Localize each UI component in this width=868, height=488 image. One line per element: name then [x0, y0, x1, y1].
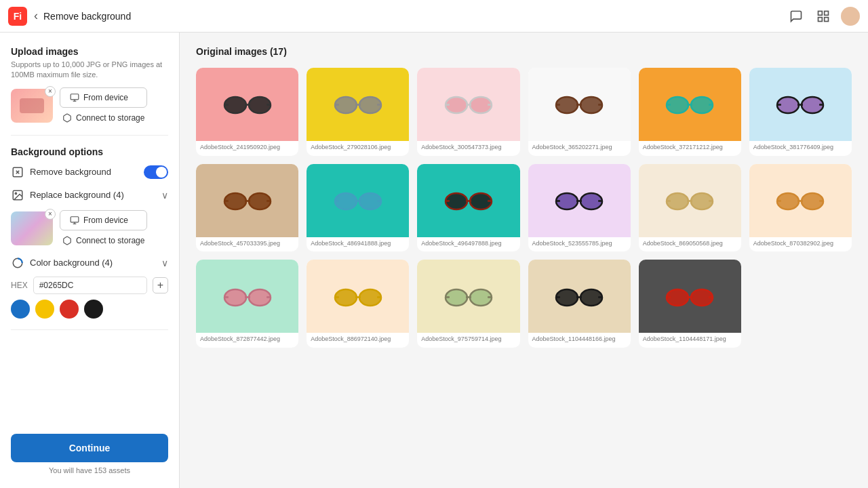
- continue-section: Continue You will have 153 assets: [11, 434, 168, 474]
- swatch-black[interactable]: [84, 300, 103, 319]
- image-name: AdobeStock_279028106.jpeg: [307, 141, 409, 156]
- color-bg-expand[interactable]: Color background (4) ∨: [11, 255, 168, 271]
- divider-1: [11, 135, 168, 136]
- image-name: AdobeStock_869050568.jpeg: [639, 237, 741, 252]
- toggle-knob: [156, 167, 167, 178]
- image-name: AdobeStock_523555785.jpeg: [528, 237, 631, 252]
- image-thumbnail: [528, 68, 631, 141]
- topbar-icons: [787, 7, 860, 26]
- image-card[interactable]: AdobeStock_872877442.jpeg: [196, 260, 298, 348]
- from-device-button[interactable]: From device: [60, 87, 147, 108]
- image-card[interactable]: AdobeStock_457033395.jpeg: [196, 164, 298, 252]
- image-thumbnail: [749, 164, 852, 237]
- image-card[interactable]: AdobeStock_869050568.jpeg: [639, 164, 741, 252]
- main-layout: Upload images Supports up to 10,000 JPG …: [0, 33, 868, 488]
- image-card[interactable]: AdobeStock_975759714.jpeg: [417, 260, 519, 348]
- image-name: AdobeStock_381776409.jpeg: [749, 141, 852, 156]
- upload-preview-area: × From device Connect to storage: [11, 87, 168, 124]
- image-card[interactable]: AdobeStock_1104448166.jpeg: [528, 260, 631, 348]
- thumb-inner: [20, 98, 44, 113]
- upload-title: Upload images: [11, 46, 168, 57]
- replace-thumbnail: ×: [11, 211, 53, 245]
- topbar: Fi ‹ Remove background: [0, 0, 868, 33]
- bg-options-title: Background options: [11, 146, 168, 157]
- image-name: AdobeStock_1104448166.jpeg: [528, 333, 631, 348]
- image-card[interactable]: AdobeStock_381776409.jpeg: [749, 68, 852, 156]
- image-name: AdobeStock_870382902.jpeg: [749, 237, 852, 252]
- content-area: Original images (17) AdobeStock_24195092…: [180, 33, 868, 488]
- replace-bg-section: Replace background (4) ∨ × From device: [11, 187, 168, 247]
- svg-rect-3: [825, 17, 829, 21]
- svg-point-9: [15, 192, 16, 194]
- image-card[interactable]: AdobeStock_241950920.jpeg: [196, 68, 298, 156]
- image-name: AdobeStock_975759714.jpeg: [417, 333, 519, 348]
- image-name: AdobeStock_496497888.jpeg: [417, 237, 519, 252]
- color-bg-text: Color background (4): [30, 258, 113, 268]
- remove-bg-label: Remove background: [11, 165, 111, 179]
- replace-bg-text: Replace background (4): [30, 190, 124, 200]
- image-thumbnail: [528, 260, 631, 333]
- svg-rect-1: [825, 11, 829, 15]
- image-thumbnail: [417, 164, 519, 237]
- replace-bg-expand[interactable]: Replace background (4) ∨: [11, 187, 168, 203]
- hex-add-button[interactable]: +: [153, 277, 168, 293]
- remove-bg-toggle[interactable]: [144, 165, 168, 179]
- image-name: AdobeStock_886972140.jpeg: [307, 333, 409, 348]
- image-name: AdobeStock_365202271.jpeg: [528, 141, 631, 156]
- image-thumbnail: [196, 164, 298, 237]
- upload-subtitle: Supports up to 10,000 JPG or PNG images …: [11, 60, 168, 81]
- back-button[interactable]: ‹: [34, 9, 38, 23]
- remove-upload-button[interactable]: ×: [45, 86, 56, 97]
- image-card[interactable]: AdobeStock_300547373.jpeg: [417, 68, 519, 156]
- image-card[interactable]: AdobeStock_870382902.jpeg: [749, 164, 852, 252]
- replace-connect-storage-button[interactable]: Connect to storage: [60, 235, 147, 247]
- replace-bg-icon: [11, 188, 24, 202]
- apps-icon[interactable]: [814, 7, 833, 26]
- image-thumbnail: [417, 68, 519, 141]
- image-card[interactable]: AdobeStock_523555785.jpeg: [528, 164, 631, 252]
- image-thumbnail: [417, 260, 519, 333]
- image-name: AdobeStock_372171212.jpeg: [639, 141, 741, 156]
- upload-section: Upload images Supports up to 10,000 JPG …: [11, 46, 168, 124]
- color-swatches: [11, 300, 168, 319]
- connect-storage-button[interactable]: Connect to storage: [60, 112, 147, 124]
- continue-button[interactable]: Continue: [11, 434, 168, 462]
- content-header: Original images (17): [196, 46, 852, 57]
- continue-note: You will have 153 assets: [11, 466, 168, 474]
- user-avatar[interactable]: [841, 7, 860, 26]
- swatch-blue[interactable]: [11, 300, 30, 319]
- replace-chevron-icon: ∨: [161, 190, 168, 201]
- image-card[interactable]: AdobeStock_1104448171.jpeg: [639, 260, 741, 348]
- background-options-section: Background options Remove background: [11, 146, 168, 319]
- replace-preview-area: × From device Connect to storage: [11, 210, 168, 247]
- image-thumbnail: [639, 68, 741, 141]
- image-card[interactable]: AdobeStock_496497888.jpeg: [417, 164, 519, 252]
- hex-label: HEX: [11, 281, 28, 290]
- app-logo[interactable]: Fi: [8, 7, 27, 26]
- image-card[interactable]: AdobeStock_886972140.jpeg: [307, 260, 409, 348]
- upload-thumbnail: ×: [11, 89, 53, 123]
- image-thumbnail: [307, 68, 409, 141]
- remove-replace-button[interactable]: ×: [45, 209, 56, 220]
- svg-rect-4: [71, 94, 79, 100]
- replace-from-device-button[interactable]: From device: [60, 210, 147, 230]
- svg-rect-2: [818, 17, 823, 21]
- hex-input[interactable]: [33, 277, 147, 294]
- image-card[interactable]: AdobeStock_365202271.jpeg: [528, 68, 631, 156]
- image-thumbnail: [196, 260, 298, 333]
- color-bg-section: Color background (4) ∨ HEX +: [11, 255, 168, 319]
- image-card[interactable]: AdobeStock_279028106.jpeg: [307, 68, 409, 156]
- image-name: AdobeStock_872877442.jpeg: [196, 333, 298, 348]
- swatch-red[interactable]: [60, 300, 79, 319]
- color-chevron-icon: ∨: [161, 258, 168, 268]
- chat-icon[interactable]: [787, 7, 806, 26]
- image-card[interactable]: AdobeStock_486941888.jpeg: [307, 164, 409, 252]
- image-card[interactable]: AdobeStock_372171212.jpeg: [639, 68, 741, 156]
- svg-rect-0: [818, 11, 823, 15]
- color-bg-icon: [11, 256, 24, 270]
- swatch-yellow[interactable]: [35, 300, 54, 319]
- image-thumbnail: [307, 164, 409, 237]
- image-grid: AdobeStock_241950920.jpeg AdobeStock_279…: [196, 68, 852, 348]
- image-name: AdobeStock_486941888.jpeg: [307, 237, 409, 252]
- image-thumbnail: [307, 260, 409, 333]
